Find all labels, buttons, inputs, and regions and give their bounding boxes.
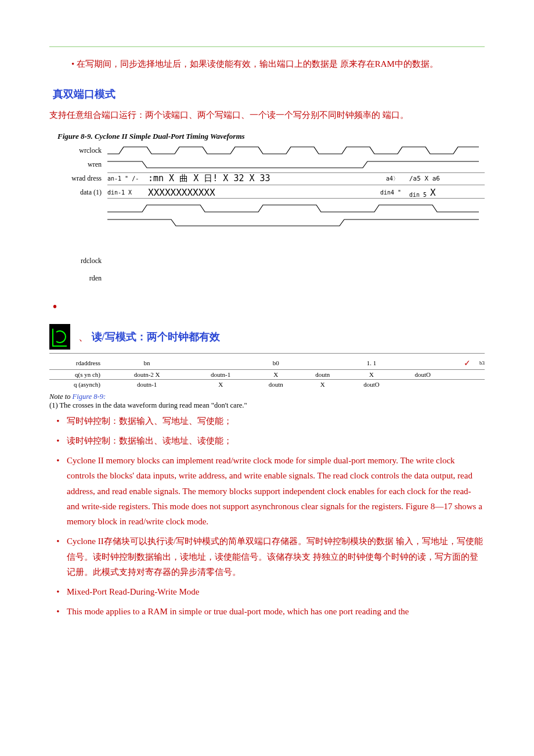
addr-left: an-1 " /- xyxy=(107,175,148,182)
top-bullet: • 在写期间，同步选择地址后，如果读使能有效，输出端口上的数据是 原来存在RAM… xyxy=(49,56,485,72)
list-item: •写时钟控制：数据输入、写地址、写使能； xyxy=(49,413,485,429)
list-item: •Mixed-Port Read-During-Write Mode xyxy=(49,584,485,599)
table-row: q (asynch) doutn-1 X doutn X doutO xyxy=(49,379,485,389)
data-right1: din4 " xyxy=(380,189,409,196)
rw-label-rdaddress: rdaddress xyxy=(49,357,105,370)
wf-label-wraddress: wrad dress xyxy=(49,174,107,183)
wf-label-rdclock: rdclock xyxy=(49,257,107,265)
rw-label-qsynch: q(s yn ch) xyxy=(49,369,105,379)
note-figure-link: Figure 8-9: xyxy=(73,393,106,401)
extra-wave-2 xyxy=(107,217,479,228)
heading-true-dual-port: 真双端口模式 xyxy=(53,87,485,101)
wf-label-wrclock: wrclock xyxy=(49,146,107,155)
table-row: q(s yn ch) doutn-2 X doutn-1 X doutn X d… xyxy=(49,369,485,379)
heading2-prefix: 、 xyxy=(78,331,89,343)
addr-mid: :mn X 曲 X 日! X 32 X 33 xyxy=(148,173,322,184)
table-row: rdaddress bn b0 1. 1 ✓ b3 xyxy=(49,357,485,370)
extra-wave-1 xyxy=(107,203,479,214)
section-icon xyxy=(49,324,70,350)
note-body: (1) The crosses in the data waveform dur… xyxy=(49,401,247,409)
list-item: •This mode applies to a RAM in simple or… xyxy=(49,604,485,619)
top-divider xyxy=(49,46,485,47)
heading1-desc: 支持任意组合端口运行：两个读端口、两个写端口、一个读一个写分别不同时钟频率的 端… xyxy=(49,107,485,124)
wf-label-data: data (1) xyxy=(49,188,107,197)
heading-rw-mode: 读/写模式：两个时钟都有效 xyxy=(92,331,220,343)
data-mid: XXXXXXXXXXXX xyxy=(148,187,334,198)
lone-bullet: • xyxy=(53,300,485,314)
figure-caption: Figure 8-9. Cyclone II Simple Dual-Port … xyxy=(57,132,485,141)
addr-right2: /a5 X a6 xyxy=(409,175,440,182)
document-page: • 在写期间，同步选择地址后，如果读使能有效，输出端口上的数据是 原来存在RAM… xyxy=(0,0,534,756)
wf-label-wren: wren xyxy=(49,160,107,169)
rw-mode-heading-block: 、 读/写模式：两个时钟都有效 xyxy=(49,324,485,350)
top-bullet-text: 在写期间，同步选择地址后，如果读使能有效，输出端口上的数据是 原来存在RAM中的… xyxy=(77,59,438,69)
tick-icon: ✓ xyxy=(464,359,471,368)
wf-label-rden: rden xyxy=(49,274,107,283)
rw-label-qasynch: q (asynch) xyxy=(49,379,105,389)
rw-timing-table: rdaddress bn b0 1. 1 ✓ b3 q(s yn ch) dou… xyxy=(49,353,485,389)
data-left: din-1 X xyxy=(107,189,148,196)
figure-note: Note to Figure 8-9: (1) The crosses in t… xyxy=(49,393,485,410)
list-item: •Cyclone II memory blocks can implement … xyxy=(49,453,485,529)
data-right2: din 5 xyxy=(409,192,427,198)
wren-wave xyxy=(107,159,479,170)
list-item: •Cyclone II存储块可以执行读/写时钟模式的简单双端口存储器。写时钟控制… xyxy=(49,534,485,579)
wrclock-wave xyxy=(107,145,479,156)
addr-right1: a4〉 xyxy=(386,175,409,183)
waveform-diagram: wrclock wren wrad dress an-1 " /- :mn X … xyxy=(49,145,485,285)
bullet-list: •写时钟控制：数据输入、写地址、写使能； •读时钟控制：数据输出、读地址、读使能… xyxy=(49,413,485,620)
list-item: •读时钟控制：数据输出、读地址、读使能； xyxy=(49,433,485,448)
